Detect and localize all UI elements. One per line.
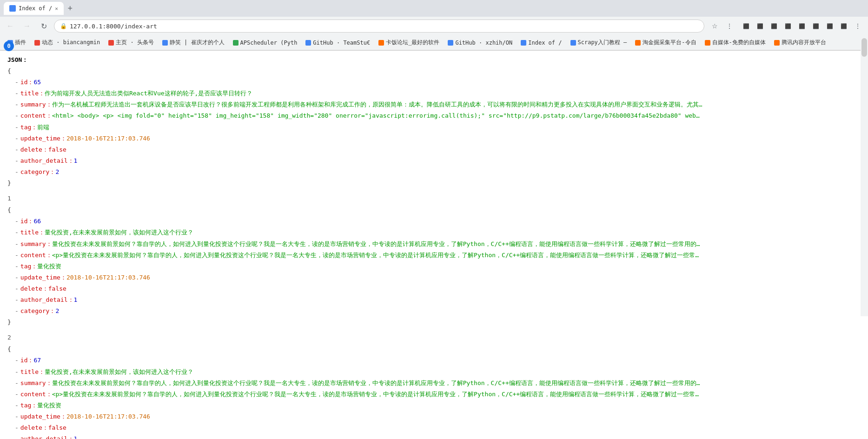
- update-time-key: update_time：: [20, 133, 66, 144]
- author-detail-value: 1: [74, 156, 78, 166]
- scrollbar[interactable]: [861, 37, 868, 316]
- index-divider-2: 2: [7, 332, 861, 344]
- index-divider-1: 1: [7, 193, 861, 205]
- category-value: 2: [55, 306, 59, 316]
- item-1-title: - title： 量化投资,在未来发展前景如何，该如何进入这个行业？: [7, 227, 861, 238]
- bookmark-item[interactable]: GitHub · TeamStu€: [302, 37, 374, 48]
- ext-icon-3[interactable]: ⬛: [768, 20, 781, 33]
- new-tab-button[interactable]: +: [64, 2, 77, 15]
- bookmark-label: 腾讯内容开放平台: [782, 39, 826, 47]
- bookmark-label: 淘金掘采集平台-令自: [643, 39, 696, 47]
- summary-value: 量化投资在未来发展前景如何？靠自学的人，如何进入到量化投资这个行业呢？我是一名大…: [52, 239, 703, 249]
- title-key: title：: [20, 227, 45, 238]
- ext-icon-5[interactable]: ⬛: [795, 20, 808, 33]
- bookmark-item[interactable]: 卡饭论坛_最好的软件: [375, 37, 443, 48]
- bookmark-label: APScheduler (Pyth: [240, 40, 298, 46]
- dash: -: [15, 434, 19, 439]
- delete-key: delete：: [20, 423, 48, 433]
- tab-bar: Index of / ✕ +: [0, 0, 868, 17]
- bookmark-favicon: [705, 40, 710, 46]
- dash: -: [15, 156, 19, 166]
- item-0-author-detail: - author_detail： 1: [7, 155, 861, 166]
- tag-key: tag：: [20, 400, 37, 411]
- tag-value: 量化投资: [37, 400, 61, 411]
- content-key: content：: [20, 111, 52, 121]
- item-0-summary: - summary： 作为一名机械工程师无法造出一套机床设备是否应该早日改行？很…: [7, 99, 861, 110]
- bookmark-label: 静笑 | 崔庆才的个人: [170, 39, 225, 47]
- bookmark-item[interactable]: 静笑 | 崔庆才的个人: [159, 37, 228, 48]
- bookmark-label: Scrapy入门教程 —: [578, 39, 627, 47]
- item-2-update-time: - update_time： 2018-10-16T21:17:03.746: [7, 411, 861, 422]
- item-0-title: - title： 作为前端开发人员无法造出类似React和Vue这样的轮子,是否…: [7, 88, 861, 99]
- forward-button[interactable]: →: [20, 20, 33, 33]
- item-0-category: - category： 2: [7, 166, 861, 178]
- json-item-2: { - id： 67 - title： 量化投资,在未来发展前景如何，该如何进入…: [7, 344, 861, 439]
- item-0-close-bracket: }: [7, 178, 861, 189]
- bookmark-item[interactable]: GitHub · xzhih/ON: [444, 37, 516, 48]
- ext-icon-1[interactable]: ⬛: [740, 20, 753, 33]
- author-detail-value: 1: [74, 295, 78, 305]
- bookmark-label: GitHub · TeamStu€: [313, 40, 370, 46]
- tag-key: tag：: [20, 122, 37, 133]
- active-tab[interactable]: Index of / ✕: [4, 2, 64, 15]
- item-0-update-time: - update_time： 2018-10-16T21:17:03.746: [7, 133, 861, 144]
- back-button[interactable]: ←: [4, 20, 17, 33]
- bookmark-item[interactable]: APScheduler (Pyth: [229, 37, 301, 48]
- star-button[interactable]: ☆: [708, 20, 721, 33]
- ext-icon-8[interactable]: ⬛: [837, 20, 850, 33]
- item-2-author-detail: - author_detail： 1: [7, 433, 861, 439]
- open-brace: {: [7, 205, 11, 215]
- ext-icon-7[interactable]: ⬛: [823, 20, 836, 33]
- item-1-open-bracket: {: [7, 205, 861, 216]
- delete-key: delete：: [20, 145, 48, 155]
- summary-key: summary：: [20, 378, 52, 388]
- bookmark-favicon: [162, 40, 168, 46]
- ext-icon-2[interactable]: ⬛: [754, 20, 767, 33]
- bookmark-item[interactable]: 淘金掘采集平台-令自: [631, 37, 700, 48]
- ext-icon-4[interactable]: ⬛: [782, 20, 795, 33]
- bookmark-item[interactable]: Scrapy入门教程 —: [567, 37, 631, 48]
- title-value: 量化投资,在未来发展前景如何，该如何进入这个行业？: [45, 367, 193, 377]
- bookmark-favicon: [34, 40, 40, 46]
- category-key: category：: [20, 306, 56, 316]
- dash: -: [15, 367, 19, 377]
- id-key: id：: [20, 355, 34, 366]
- bookmark-item[interactable]: Index of /: [517, 37, 565, 48]
- content-value: <p>量化投资在未来发展前景如何？靠自学的人，如何进入到量化投资这个行业呢？我是…: [52, 250, 703, 260]
- json-header-line: JSON：: [7, 54, 861, 66]
- title-value: 量化投资,在未来发展前景如何，该如何进入这个行业？: [45, 227, 193, 238]
- close-brace: }: [7, 178, 11, 188]
- id-key: id：: [20, 77, 34, 87]
- delete-key: delete：: [20, 284, 48, 294]
- author-detail-key: author_detail：: [20, 434, 74, 439]
- author-detail-key: author_detail：: [20, 295, 74, 305]
- address-bar[interactable]: 🔒 127.0.0.1:8000/index-art: [54, 20, 704, 33]
- bookmark-item[interactable]: 主页 · 头条号: [105, 37, 158, 48]
- page-content: JSON： { - id： 65 - title： 作为前端开发人员无法造出类似…: [0, 51, 868, 439]
- ext-icon-6[interactable]: ⬛: [809, 20, 822, 33]
- bookmark-favicon: [570, 40, 576, 46]
- scroll-thumb[interactable]: [861, 38, 867, 57]
- more-button[interactable]: ⋮: [723, 20, 736, 33]
- item-2-tag: - tag： 量化投资: [7, 400, 861, 411]
- menu-button[interactable]: ⋮: [851, 20, 864, 33]
- bookmark-favicon: [635, 40, 641, 46]
- bookmark-item[interactable]: 自媒体-免费的自媒体: [701, 37, 769, 48]
- dash: -: [15, 295, 19, 305]
- reload-button[interactable]: ↻: [37, 20, 50, 33]
- item-1-tag: - tag： 量化投资: [7, 261, 861, 272]
- bookmark-item[interactable]: 动态 · biancangmin: [31, 37, 104, 48]
- tab-title: Index of /: [19, 5, 52, 12]
- tag-value: 量化投资: [37, 261, 61, 272]
- title-key: title：: [20, 88, 45, 99]
- delete-value: false: [48, 145, 66, 155]
- category-key: category：: [20, 167, 56, 177]
- tab-close-button[interactable]: ✕: [55, 6, 58, 12]
- dash: -: [15, 167, 19, 177]
- item-1-close-bracket: }: [7, 317, 861, 328]
- id-value: 66: [33, 216, 41, 226]
- bookmark-item[interactable]: 腾讯内容开放平台: [770, 37, 830, 48]
- bookmark-label: 卡饭论坛_最好的软件: [386, 39, 439, 47]
- item-2-open-bracket: {: [7, 344, 861, 355]
- item-2-delete: - delete： false: [7, 422, 861, 433]
